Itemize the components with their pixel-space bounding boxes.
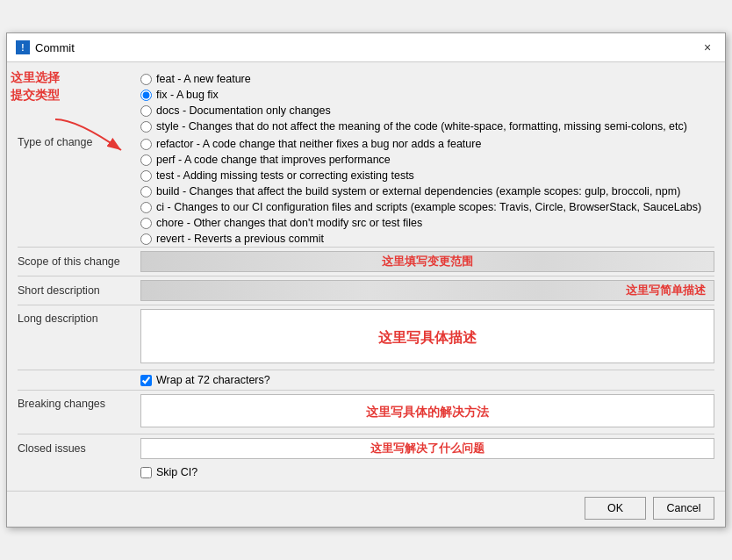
radio-test-label: test - Adding missing tests or correctin… [156, 169, 414, 182]
radio-row-ci: ci - Changes to our CI configuration fil… [140, 199, 714, 215]
skip-ci-checkbox[interactable] [140, 467, 152, 478]
radio-chore-label: chore - Other changes that don't modify … [156, 217, 422, 229]
radio-row-fix: fix - A bug fix [140, 87, 687, 103]
radio-build-label: build - Changes that affect the build sy… [156, 185, 680, 197]
radio-build[interactable] [140, 186, 152, 197]
breaking-textarea[interactable] [140, 394, 714, 427]
cancel-button[interactable]: Cancel [653, 497, 714, 520]
dialog-body: 这里选择 提交类型 feat - A new feature [7, 62, 725, 491]
svg-text:!: ! [21, 43, 24, 53]
wrap-row: Wrap at 72 characters? [18, 370, 714, 390]
closed-issues-label: Closed issues [18, 442, 140, 455]
radio-row-build: build - Changes that affect the build sy… [140, 183, 714, 199]
scope-label: Scope of this change [18, 255, 140, 268]
scope-control: 这里填写变更范围 [140, 251, 714, 272]
closed-issues-input[interactable] [140, 438, 714, 459]
short-desc-input[interactable] [140, 280, 714, 301]
short-desc-row: Short description 这里写简单描述 [18, 276, 714, 305]
radio-docs[interactable] [140, 105, 152, 117]
breaking-row: Breaking changes 这里写具体的解决方法 [18, 390, 714, 434]
short-desc-label: Short description [18, 284, 140, 297]
title-bar-left: ! Commit [16, 40, 75, 54]
skip-ci-label: Skip CI? [156, 466, 197, 478]
radio-row-style: style - Changes that do not affect the m… [140, 118, 687, 134]
radio-refactor[interactable] [140, 139, 152, 150]
radio-chore[interactable] [140, 218, 152, 229]
annotation-arrow [51, 115, 130, 162]
short-desc-control: 这里写简单描述 [140, 280, 714, 301]
breaking-changes-label: Breaking changes [18, 394, 140, 430]
wrap-checkbox[interactable] [140, 375, 152, 386]
skip-ci-row: Skip CI? [18, 463, 714, 482]
radio-style-label: style - Changes that do not affect the m… [156, 120, 687, 133]
radio-ci-label: ci - Changes to our CI configuration fil… [156, 201, 701, 213]
close-button[interactable]: × [699, 39, 716, 56]
radio-options-group2: refactor - A code change that neither fi… [140, 136, 714, 247]
wrap-label: Wrap at 72 characters? [156, 374, 270, 386]
radio-revert-label: revert - Reverts a previous commit [156, 233, 324, 245]
closed-issues-row: Closed issues 这里写解决了什么问题 [18, 434, 714, 463]
radio-row-revert: revert - Reverts a previous commit [140, 231, 714, 247]
radio-revert[interactable] [140, 233, 152, 245]
long-desc-row: Long description 这里写具体描述 [18, 305, 714, 370]
radio-test[interactable] [140, 170, 152, 182]
radio-fix[interactable] [140, 90, 152, 101]
radio-feat[interactable] [140, 74, 152, 85]
long-desc-textarea[interactable] [140, 309, 714, 363]
dialog-title: Commit [35, 41, 75, 54]
radio-style[interactable] [140, 121, 152, 133]
long-desc-control: 这里写具体描述 [140, 309, 714, 366]
radio-row-refactor: refactor - A code change that neither fi… [140, 136, 714, 152]
radio-feat-label: feat - A new feature [156, 73, 251, 85]
ok-button[interactable]: OK [585, 497, 646, 520]
radio-row-docs: docs - Documentation only changes [140, 103, 687, 118]
title-bar: ! Commit × [7, 33, 725, 62]
commit-dialog: ! Commit × 这里选择 提交类型 [6, 32, 726, 528]
app-icon: ! [16, 40, 30, 54]
scope-row: Scope of this change 这里填写变更范围 [18, 247, 714, 276]
radio-row-feat: feat - A new feature [140, 71, 687, 87]
radio-perf-label: perf - A code change that improves perfo… [156, 154, 391, 166]
annotation-select-type: 这里选择 提交类型 [11, 69, 60, 104]
radio-ci[interactable] [140, 202, 152, 213]
scope-select[interactable] [140, 251, 714, 272]
radio-docs-label: docs - Documentation only changes [156, 104, 331, 117]
radio-row-chore: chore - Other changes that don't modify … [140, 215, 714, 231]
breaking-control: 这里写具体的解决方法 [140, 394, 714, 430]
footer: OK Cancel [7, 491, 725, 527]
radio-fix-label: fix - A bug fix [156, 89, 219, 101]
closed-issues-control: 这里写解决了什么问题 [140, 438, 714, 459]
radio-perf[interactable] [140, 154, 152, 166]
radio-row-perf: perf - A code change that improves perfo… [140, 152, 714, 168]
long-desc-label: Long description [18, 309, 140, 366]
radio-refactor-label: refactor - A code change that neither fi… [156, 138, 481, 150]
radio-options-section: feat - A new feature fix - A bug fix doc… [140, 71, 687, 134]
radio-row-test: test - Adding missing tests or correctin… [140, 168, 714, 183]
